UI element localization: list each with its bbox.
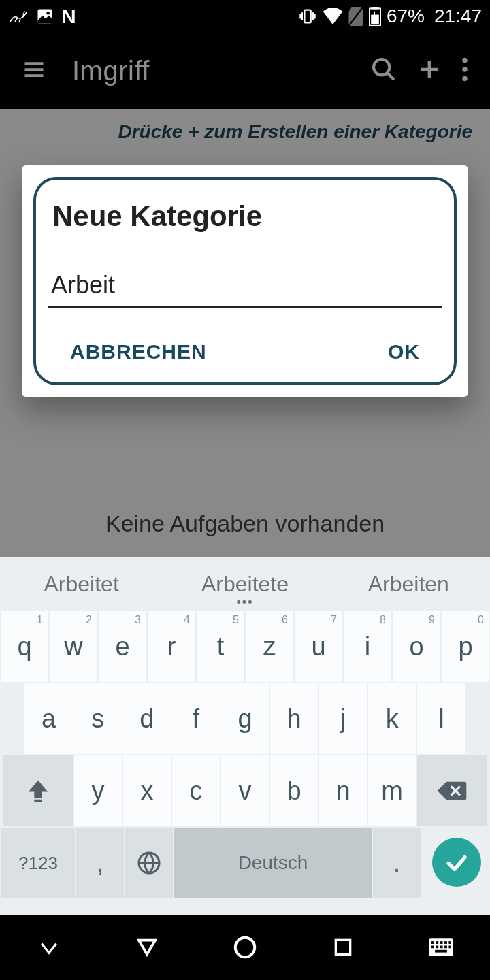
key-c[interactable]: c (172, 755, 220, 826)
space-key[interactable]: Deutsch (174, 828, 372, 898)
ok-button[interactable]: OK (370, 335, 438, 369)
suggestion-1[interactable]: Arbeitet (0, 572, 163, 597)
clock: 21:47 (434, 5, 482, 27)
image-icon (35, 7, 54, 26)
key-p[interactable]: p0 (442, 611, 489, 682)
recents-button[interactable] (323, 927, 363, 968)
svg-rect-23 (436, 945, 438, 948)
more-suggestions-icon[interactable]: ••• (237, 595, 254, 609)
key-h[interactable]: h (270, 683, 318, 754)
key-l[interactable]: l (417, 683, 466, 754)
menu-icon[interactable] (12, 57, 56, 84)
svg-rect-25 (444, 945, 447, 948)
svg-rect-20 (444, 941, 447, 944)
battery-charging-icon (369, 7, 381, 26)
back-button[interactable] (127, 927, 167, 968)
key-s[interactable]: s (74, 683, 122, 754)
key-z[interactable]: z6 (246, 611, 293, 682)
svg-line-8 (387, 73, 394, 80)
enter-key[interactable] (432, 838, 481, 887)
suggestion-bar: Arbeitet Arbeitete Arbeiten ••• (0, 557, 490, 610)
key-x[interactable]: x (123, 755, 171, 826)
no-sim-icon (348, 7, 363, 26)
key-k[interactable]: k (368, 683, 416, 754)
navigation-bar (0, 915, 490, 980)
svg-rect-18 (436, 941, 438, 944)
svg-point-14 (235, 938, 255, 958)
app-bar: Imgriff (0, 33, 490, 109)
cancel-button[interactable]: ABBRECHEN (52, 335, 225, 369)
language-key[interactable] (125, 828, 173, 898)
svg-rect-15 (336, 940, 350, 954)
category-name-input[interactable] (48, 264, 442, 308)
key-o[interactable]: o9 (393, 611, 440, 682)
svg-rect-21 (448, 941, 451, 944)
key-d[interactable]: d (122, 683, 171, 754)
vibrate-icon (298, 7, 317, 26)
key-n[interactable]: n (319, 755, 367, 826)
key-b[interactable]: b (270, 755, 318, 826)
overflow-icon[interactable] (452, 57, 478, 84)
search-icon[interactable] (361, 56, 407, 86)
svg-point-9 (462, 58, 468, 63)
lizard-icon (8, 8, 29, 24)
key-y[interactable]: y (74, 755, 122, 826)
key-i[interactable]: i8 (344, 611, 391, 682)
key-q[interactable]: q1 (1, 611, 48, 682)
svg-rect-26 (448, 945, 451, 948)
svg-rect-2 (304, 10, 310, 23)
status-bar: N 67% 21:47 (0, 0, 490, 33)
svg-rect-24 (440, 945, 443, 948)
suggestion-2[interactable]: Arbeitete (163, 572, 326, 597)
keyboard-switch-icon[interactable] (421, 927, 461, 968)
period-key[interactable]: . (373, 828, 421, 898)
key-e[interactable]: e3 (99, 611, 146, 682)
key-t[interactable]: t5 (197, 611, 244, 682)
n-icon: N (61, 5, 76, 28)
key-a[interactable]: a (24, 683, 73, 754)
svg-rect-5 (372, 7, 377, 10)
svg-point-10 (462, 67, 468, 72)
key-w[interactable]: w2 (50, 611, 97, 682)
key-m[interactable]: m (368, 755, 416, 826)
key-u[interactable]: u7 (295, 611, 342, 682)
suggestion-3[interactable]: Arbeiten (327, 572, 490, 597)
key-g[interactable]: g (220, 683, 269, 754)
dialog-title: Neue Kategorie (48, 200, 442, 233)
symbols-key[interactable]: ?123 (1, 828, 75, 898)
svg-rect-12 (34, 800, 42, 802)
svg-point-1 (46, 12, 50, 15)
key-r[interactable]: r4 (148, 611, 195, 682)
svg-point-11 (462, 76, 468, 82)
keyboard-hide-icon[interactable] (29, 927, 69, 968)
add-icon[interactable] (407, 56, 452, 85)
svg-rect-22 (431, 945, 434, 948)
key-v[interactable]: v (221, 755, 269, 826)
key-f[interactable]: f (172, 683, 220, 754)
new-category-dialog: Neue Kategorie ABBRECHEN OK (22, 165, 468, 397)
svg-rect-17 (431, 941, 434, 944)
app-title: Imgriff (56, 56, 361, 86)
wifi-icon (323, 8, 343, 24)
svg-point-7 (374, 59, 389, 75)
key-j[interactable]: j (319, 683, 368, 754)
backspace-key[interactable] (417, 755, 487, 826)
home-button[interactable] (225, 927, 265, 968)
comma-key[interactable]: , (76, 828, 124, 898)
battery-percent: 67% (387, 5, 425, 27)
svg-rect-19 (440, 941, 443, 944)
shift-key[interactable] (3, 755, 73, 826)
soft-keyboard: Arbeitet Arbeitete Arbeiten ••• q1w2e3r4… (0, 557, 490, 915)
svg-rect-27 (435, 950, 447, 953)
